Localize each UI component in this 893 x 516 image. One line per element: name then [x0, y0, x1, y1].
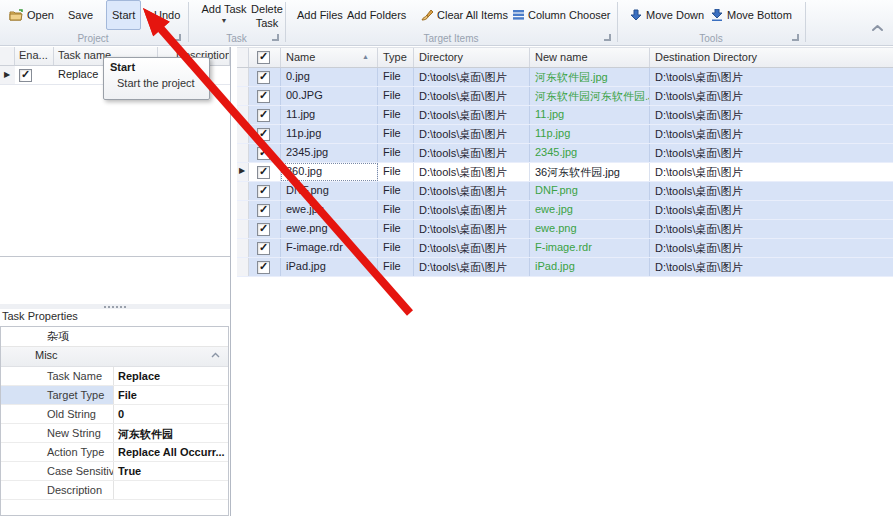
column-chooser-icon	[513, 10, 524, 20]
property-value[interactable]: Replace All Occurr...	[114, 443, 228, 461]
property-value[interactable]: Replace	[114, 367, 228, 385]
col-enabled-header[interactable]: Ena...	[15, 47, 54, 65]
file-new-name-cell: 河东软件园.jpg	[530, 68, 650, 86]
file-name-cell[interactable]: F-image.rdr	[281, 239, 378, 257]
file-name-cell[interactable]: ewe.jpg	[281, 201, 378, 219]
file-name-cell[interactable]: 0.jpg	[281, 68, 378, 86]
table-row[interactable]: ✓DNF.pngFileD:\tools\桌面\图片DNF.pngD:\tool…	[237, 182, 893, 201]
start-button[interactable]: Start	[106, 0, 141, 30]
add-files-button[interactable]: Add Files	[292, 1, 348, 28]
dialog-launcher-icon[interactable]	[604, 34, 611, 41]
checkbox-checked-icon[interactable]: ✓	[257, 71, 270, 84]
file-name-cell[interactable]: 360.jpg	[281, 163, 378, 181]
table-row[interactable]: ✓0.jpgFileD:\tools\桌面\图片河东软件园.jpgD:\tool…	[237, 68, 893, 87]
row-checkbox-cell[interactable]: ✓	[249, 258, 281, 276]
table-row[interactable]: ✓11.jpgFileD:\tools\桌面\图片11.jpgD:\tools\…	[237, 106, 893, 125]
file-name-cell[interactable]: 11p.jpg	[281, 125, 378, 143]
checkbox-checked-icon[interactable]: ✓	[257, 128, 270, 141]
row-checkbox-cell[interactable]: ✓	[249, 182, 281, 200]
property-row[interactable]: Action TypeReplace All Occurr...	[1, 443, 228, 462]
file-name-cell[interactable]: DNF.png	[281, 182, 378, 200]
select-all-header[interactable]: ✓	[249, 48, 281, 67]
checkbox-checked-icon[interactable]: ✓	[19, 69, 32, 82]
file-name-cell[interactable]: iPad.jpg	[281, 258, 378, 276]
row-indicator-cell	[237, 258, 249, 276]
collapse-chevron-icon[interactable]	[211, 352, 220, 358]
tooltip-title: Start	[104, 58, 209, 74]
dialog-launcher-icon[interactable]	[792, 34, 799, 41]
checkbox-checked-icon[interactable]: ✓	[257, 109, 270, 122]
property-row[interactable]: Target TypeFile	[1, 386, 228, 405]
checkbox-checked-icon[interactable]: ✓	[257, 223, 270, 236]
row-checkbox-cell[interactable]: ✓	[249, 239, 281, 257]
table-row[interactable]: ✓F-image.rdrFileD:\tools\桌面\图片F-image.rd…	[237, 239, 893, 258]
ribbon-separator	[805, 2, 806, 42]
table-row[interactable]: ✓iPad.jpgFileD:\tools\桌面\图片iPad.jpgD:\to…	[237, 258, 893, 277]
checkbox-checked-icon[interactable]: ✓	[257, 90, 270, 103]
row-checkbox-cell[interactable]: ✓	[249, 163, 281, 181]
row-checkbox-cell[interactable]: ✓	[249, 87, 281, 105]
ribbon-collapse-icon[interactable]	[871, 24, 884, 33]
row-checkbox-cell[interactable]: ✓	[249, 125, 281, 143]
table-row[interactable]: ✓ewe.jpgFileD:\tools\桌面\图片ewe.jpgD:\tool…	[237, 201, 893, 220]
property-value[interactable]: File	[114, 386, 228, 404]
start-tooltip: Start Start the project	[103, 57, 210, 100]
file-table: ✓ Name▲ Type Directory New name Destinat…	[237, 47, 893, 277]
file-dest-directory-cell: D:\tools\桌面\图片	[650, 68, 893, 86]
move-down-button-label: Move Down	[646, 9, 704, 21]
col-name-label: Name	[286, 51, 315, 63]
property-value[interactable]: 0	[114, 405, 228, 423]
table-row[interactable]: ✓00.JPGFileD:\tools\桌面\图片河东软件园河东软件园.JPGD…	[237, 87, 893, 106]
col-type-header[interactable]: Type	[378, 48, 414, 67]
file-type-cell: File	[378, 144, 414, 162]
row-checkbox-cell[interactable]: ✓	[249, 201, 281, 219]
row-checkbox-cell[interactable]: ✓	[249, 144, 281, 162]
checkbox-checked-icon[interactable]: ✓	[257, 166, 270, 179]
add-folders-button-label: Add Folders	[347, 9, 406, 21]
file-name-cell[interactable]: 11.jpg	[281, 106, 378, 124]
properties-category-misc[interactable]: Misc	[1, 347, 228, 367]
property-row[interactable]: New String河东软件园	[1, 424, 228, 443]
property-row[interactable]: Description	[1, 481, 228, 500]
col-dest-directory-header[interactable]: Destination Directory	[650, 48, 893, 67]
row-checkbox-cell[interactable]: ✓	[249, 220, 281, 238]
clear-all-items-button[interactable]: Clear All Items	[415, 1, 513, 28]
properties-tab-misc-cn[interactable]: 杂项	[1, 327, 228, 347]
property-row[interactable]: Old String0	[1, 405, 228, 424]
move-bottom-button[interactable]: Move Bottom	[706, 1, 797, 28]
checkbox-checked-icon[interactable]: ✓	[257, 261, 270, 274]
file-name-cell[interactable]: ewe.png	[281, 220, 378, 238]
file-name-cell[interactable]: 2345.jpg	[281, 144, 378, 162]
add-folders-button[interactable]: Add Folders	[342, 1, 411, 28]
col-new-name-header[interactable]: New name	[530, 48, 650, 67]
column-chooser-button[interactable]: Column Chooser	[508, 1, 616, 28]
row-checkbox-cell[interactable]: ✓	[249, 106, 281, 124]
property-row[interactable]: Case SensitiveTrue	[1, 462, 228, 481]
row-checkbox-cell[interactable]: ✓	[249, 68, 281, 86]
checkbox-checked-icon[interactable]: ✓	[257, 204, 270, 217]
save-button-label: Save	[68, 9, 93, 21]
undo-button[interactable]: Undo	[149, 1, 185, 28]
property-row[interactable]: Task NameReplace	[1, 367, 228, 386]
move-down-button[interactable]: Move Down	[625, 1, 709, 28]
dialog-launcher-icon[interactable]	[174, 34, 181, 41]
checkbox-checked-icon[interactable]: ✓	[257, 147, 270, 160]
property-value[interactable]	[114, 481, 228, 499]
table-row[interactable]: ✓ewe.pngFileD:\tools\桌面\图片ewe.pngD:\tool…	[237, 220, 893, 239]
table-row[interactable]: ✓11p.jpgFileD:\tools\桌面\图片11p.jpgD:\tool…	[237, 125, 893, 144]
checkbox-checked-icon[interactable]: ✓	[257, 242, 270, 255]
table-row[interactable]: ▶✓360.jpgFileD:\tools\桌面\图片36河东软件园.jpgD:…	[237, 163, 893, 182]
save-button[interactable]: Save	[63, 1, 98, 28]
task-enabled-cell[interactable]: ✓	[15, 66, 54, 84]
open-button[interactable]: Open	[4, 1, 59, 28]
col-directory-header[interactable]: Directory	[414, 48, 530, 67]
col-name-header[interactable]: Name▲	[281, 48, 378, 67]
tooltip-body: Start the project	[104, 74, 209, 89]
dialog-launcher-icon[interactable]	[272, 34, 279, 41]
checkbox-checked-icon[interactable]: ✓	[257, 185, 270, 198]
table-row[interactable]: ✓2345.jpgFileD:\tools\桌面\图片2345.jpgD:\to…	[237, 144, 893, 163]
property-value[interactable]: 河东软件园	[114, 424, 228, 442]
checkbox-checked-icon[interactable]: ✓	[257, 51, 270, 64]
file-name-cell[interactable]: 00.JPG	[281, 87, 378, 105]
property-value[interactable]: True	[114, 462, 228, 480]
